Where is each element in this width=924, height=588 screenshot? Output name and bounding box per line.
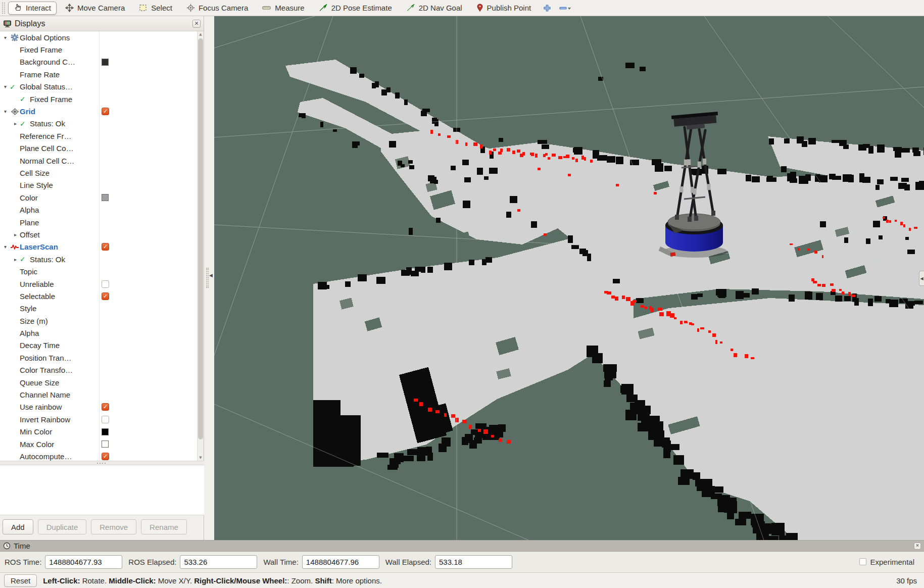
tree-row-offset[interactable]: ▸Offset — [0, 228, 198, 240]
ros-time-input[interactable] — [45, 555, 122, 569]
property-checkbox[interactable] — [102, 280, 109, 288]
wall-time-input[interactable] — [302, 555, 379, 569]
tree-row-color-transfo[interactable]: Color Transfo… — [0, 364, 198, 376]
reset-button[interactable]: Reset — [4, 574, 37, 587]
property-checkbox[interactable]: ✓ — [102, 403, 109, 411]
ros-elapsed-input[interactable] — [180, 555, 257, 569]
property-checkbox[interactable] — [102, 416, 109, 423]
tree-row-background-c[interactable]: Background C… — [0, 56, 198, 68]
tree-row-selectable[interactable]: Selectable✓ — [0, 290, 198, 302]
tree-vertical-scrollbar[interactable]: ▲ ▼ — [197, 31, 204, 461]
expander-closed-icon[interactable]: ▸ — [11, 121, 20, 126]
tree-row-global-options[interactable]: ▾Global Options — [0, 31, 198, 43]
time-close-button[interactable]: ✕ — [914, 543, 921, 550]
scroll-up-icon[interactable]: ▲ — [198, 32, 204, 36]
add-button[interactable]: Add — [3, 519, 33, 534]
tree-row-style[interactable]: Style — [0, 303, 198, 315]
scrollbar-thumb[interactable] — [198, 38, 203, 439]
property-checkbox[interactable]: ✓ — [102, 108, 109, 115]
collapse-left-icon[interactable]: ◀ — [209, 273, 213, 278]
panel-viewport-splitter[interactable]: ◀ — [205, 16, 214, 540]
tree-row-unreliable[interactable]: Unreliable — [0, 278, 198, 290]
tree-row-topic[interactable]: Topic — [0, 265, 198, 277]
toolbar-drag-handle[interactable] — [2, 3, 5, 14]
grid-icon — [10, 108, 20, 116]
property-checkbox[interactable]: ✓ — [102, 453, 109, 460]
property-checkbox[interactable]: ✓ — [102, 292, 109, 300]
tree-row-global-status[interactable]: ▾✓Global Status… — [0, 81, 198, 93]
tree-row-color[interactable]: Color — [0, 191, 198, 204]
tree-row-fixed-frame[interactable]: ✓Fixed Frame — [0, 93, 198, 105]
tree-row-status-ok[interactable]: ▸✓Status: Ok — [0, 253, 198, 265]
time-panel-titlebar[interactable]: Time ✕ — [0, 540, 924, 552]
expander-open-icon[interactable]: ▾ — [1, 84, 10, 89]
expander-open-icon[interactable]: ▾ — [1, 35, 10, 40]
tree-row-autocompute[interactable]: Autocompute…✓ — [0, 450, 198, 461]
tool-publish-point[interactable]: Publish Point — [471, 2, 537, 15]
tree-row-fixed-frame[interactable]: Fixed Frame — [0, 43, 198, 56]
property-label: Style — [20, 304, 36, 313]
experimental-toggle[interactable]: Experimental — [859, 558, 914, 566]
tree-row-line-style[interactable]: Line Style — [0, 179, 198, 191]
tree-row-queue-size[interactable]: Queue Size — [0, 376, 198, 388]
tool-interact[interactable]: Interact — [8, 2, 57, 15]
expander-open-icon[interactable]: ▾ — [1, 244, 10, 250]
tree-row-plane-cell-co[interactable]: Plane Cell Co… — [0, 142, 198, 155]
tree-row-position-tran[interactable]: Position Tran… — [0, 352, 198, 364]
tree-resize-splitter[interactable] — [0, 461, 204, 465]
displays-close-button[interactable]: ✕ — [192, 20, 201, 28]
tree-row-grid[interactable]: ▾Grid✓ — [0, 105, 198, 117]
property-checkbox[interactable]: ✓ — [102, 243, 109, 251]
expander-open-icon[interactable]: ▾ — [1, 109, 10, 114]
tool-label: Select — [151, 4, 172, 12]
tool-2d-nav-goal[interactable]: 2D Nav Goal — [401, 2, 468, 15]
tree-row-normal-cell-c[interactable]: Normal Cell C… — [0, 155, 198, 167]
tree-row-use-rainbow[interactable]: Use rainbow✓ — [0, 401, 198, 413]
scroll-down-icon[interactable]: ▼ — [198, 456, 204, 460]
tree-row-frame-rate[interactable]: Frame Rate — [0, 68, 198, 80]
property-label: Reference Fr… — [20, 132, 72, 140]
wall-elapsed-input[interactable] — [435, 555, 512, 569]
property-label: Min Color — [20, 427, 52, 436]
tool-label: 2D Pose Estimate — [331, 4, 392, 12]
tree-row-size-m[interactable]: Size (m) — [0, 315, 198, 327]
splitter-grip[interactable] — [206, 268, 209, 288]
remove-button[interactable]: Remove — [91, 519, 136, 534]
duplicate-button[interactable]: Duplicate — [38, 519, 87, 534]
collapse-right-panel-handle[interactable]: ◀ — [919, 271, 924, 286]
rename-button[interactable]: Rename — [141, 519, 187, 534]
tree-row-min-color[interactable]: Min Color — [0, 426, 198, 438]
tool-select[interactable]: Select — [133, 2, 178, 15]
experimental-checkbox[interactable] — [859, 558, 866, 565]
tree-row-status-ok[interactable]: ▸✓Status: Ok — [0, 118, 198, 130]
tree-row-reference-fr[interactable]: Reference Fr… — [0, 130, 198, 142]
tree-row-max-color[interactable]: Max Color — [0, 438, 198, 450]
render-viewport[interactable]: ◀ — [214, 16, 924, 540]
color-swatch[interactable] — [102, 440, 109, 448]
tool-move-camera[interactable]: Move Camera — [60, 2, 130, 15]
property-label: Status: Ok — [30, 119, 65, 128]
field-wall-elapsed: Wall Elapsed: — [385, 555, 512, 569]
tree-row-alpha[interactable]: Alpha — [0, 327, 198, 339]
publish-point-pin-icon — [476, 4, 483, 12]
tool-focus-camera[interactable]: Focus Camera — [181, 2, 254, 15]
expander-closed-icon[interactable]: ▸ — [11, 257, 20, 262]
color-swatch[interactable] — [102, 428, 109, 435]
tree-row-laserscan[interactable]: ▾LaserScan✓ — [0, 241, 198, 253]
tree-row-decay-time[interactable]: Decay Time — [0, 339, 198, 352]
tree-row-cell-size[interactable]: Cell Size — [0, 167, 198, 179]
tool-2d-pose-estimate[interactable]: 2D Pose Estimate — [313, 2, 398, 15]
tool-measure[interactable]: Measure — [257, 2, 310, 15]
add-tool-button[interactable] — [540, 2, 555, 15]
tree-row-channel-name[interactable]: Channel Name — [0, 388, 198, 401]
expander-closed-icon[interactable]: ▸ — [11, 232, 20, 237]
displays-panel-titlebar[interactable]: Displays ✕ — [0, 16, 204, 31]
tree-row-invert-rainbow[interactable]: Invert Rainbow — [0, 413, 198, 425]
color-swatch[interactable] — [102, 194, 109, 201]
color-swatch[interactable] — [102, 59, 109, 66]
tree-row-alpha[interactable]: Alpha — [0, 204, 198, 216]
tree-row-plane[interactable]: Plane — [0, 216, 198, 228]
laserscan-icon — [10, 243, 20, 251]
remove-tool-button[interactable] — [556, 2, 575, 15]
interact-hand-icon — [14, 4, 22, 12]
